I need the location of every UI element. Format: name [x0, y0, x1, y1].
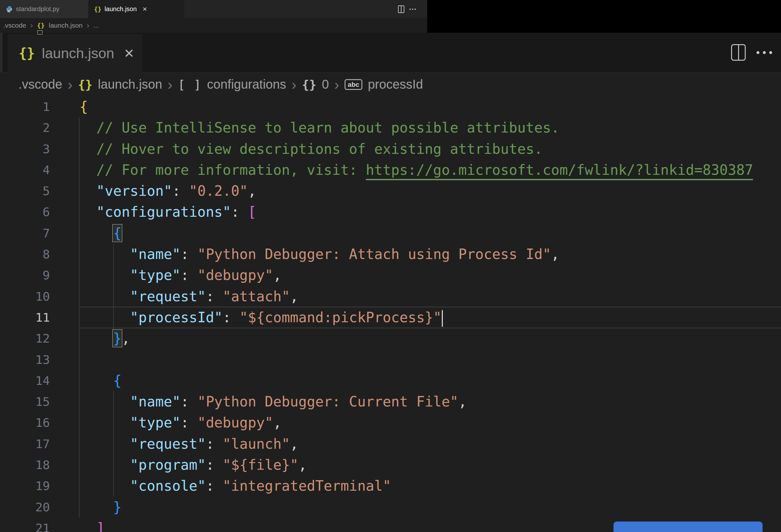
code-line[interactable]: 19 "console": "integratedTerminal"	[0, 476, 781, 496]
line-number[interactable]: 12	[0, 328, 50, 349]
code-line-text: },	[79, 328, 130, 349]
code-line[interactable]: 14 {	[0, 370, 781, 391]
code-line[interactable]: 4 // For more information, visit: https:…	[0, 160, 781, 180]
breadcrumb-configurations[interactable]: configurations	[207, 77, 286, 91]
code-line[interactable]: 5 "version": "0.2.0",	[0, 180, 781, 202]
line-number[interactable]: 1	[0, 96, 50, 117]
code-line-text: // Hover to view descriptions of existin…	[79, 138, 543, 160]
line-number[interactable]: 19	[0, 476, 50, 496]
python-icon	[6, 6, 13, 13]
code-line[interactable]: 8 "name": "Python Debugger: Attach using…	[0, 244, 781, 265]
close-icon[interactable]: ✕	[124, 46, 134, 61]
editor-actions	[731, 38, 781, 67]
code-line[interactable]: 2 // Use IntelliSense to learn about pos…	[0, 117, 781, 138]
line-number[interactable]: 18	[0, 454, 50, 476]
code-line[interactable]: 12 },	[0, 328, 781, 349]
code-line-text: {	[79, 223, 121, 244]
line-number[interactable]: 3	[0, 138, 50, 160]
code-line-text: "request": "launch",	[79, 434, 298, 454]
editor-breadcrumb: .vscode › {} launch.json › [ ] configura…	[0, 73, 781, 96]
code-line-text: }	[79, 497, 121, 518]
code-line[interactable]: 13	[0, 349, 781, 370]
code-line[interactable]: 1{	[0, 96, 781, 117]
object-braces-icon: {}	[302, 78, 317, 91]
mini-tab-launch-json[interactable]: {} launch.json ✕	[88, 0, 184, 18]
more-actions-icon[interactable]	[756, 51, 772, 54]
chevron-right-icon: ›	[291, 79, 296, 90]
code-line-text: "name": "Python Debugger: Current File",	[79, 391, 467, 412]
json-braces-icon: {}	[78, 78, 92, 91]
string-symbol-icon: abc	[344, 79, 362, 90]
breadcrumb-file[interactable]: launch.json	[98, 77, 162, 91]
breadcrumb-property[interactable]: processId	[368, 77, 423, 91]
line-number[interactable]: 8	[0, 244, 50, 265]
code-line[interactable]: 6 "configurations": [	[0, 202, 781, 222]
chevron-right-icon: ›	[87, 22, 89, 29]
split-editor-icon[interactable]	[731, 44, 746, 61]
code-line[interactable]: 17 "request": "launch",	[0, 434, 781, 454]
mini-editor-actions	[398, 0, 416, 18]
mini-tab-label: standardplot.py	[16, 5, 59, 13]
chevron-right-icon: ›	[68, 79, 73, 90]
breadcrumb-folder[interactable]: .vscode	[3, 22, 26, 29]
screen-black-region	[427, 0, 781, 33]
line-number[interactable]: 11	[0, 307, 50, 328]
line-number[interactable]: 6	[0, 202, 50, 222]
code-line[interactable]: 20 }	[0, 497, 781, 518]
code-editor[interactable]: 1{2 // Use IntelliSense to learn about p…	[0, 96, 781, 532]
line-number[interactable]: 10	[0, 286, 50, 307]
code-line-text: {	[79, 370, 121, 391]
line-number[interactable]: 7	[0, 223, 50, 244]
code-line-text: "program": "${file}",	[79, 454, 307, 476]
code-line[interactable]: 11 "processId": "${command:pickProcess}"	[0, 307, 781, 328]
code-line[interactable]: 15 "name": "Python Debugger: Current Fil…	[0, 391, 781, 412]
chevron-right-icon: ›	[167, 79, 172, 90]
line-number[interactable]: 4	[0, 160, 50, 180]
code-line-text: "type": "debugpy",	[79, 265, 282, 286]
breadcrumb-index[interactable]: 0	[322, 77, 329, 91]
breadcrumb-file[interactable]: launch.json	[49, 22, 82, 29]
breadcrumb-more[interactable]: ...	[93, 22, 99, 29]
code-line[interactable]: 18 "program": "${file}",	[0, 454, 781, 476]
chevron-right-icon: ›	[334, 79, 339, 90]
code-line[interactable]: 10 "request": "attach",	[0, 286, 781, 307]
line-number[interactable]: 5	[0, 180, 50, 202]
tab-launch-json[interactable]: {} launch.json ✕	[8, 34, 142, 73]
mini-tab-standardplot[interactable]: standardplot.py	[0, 0, 88, 18]
code-line-text: "configurations": [	[79, 202, 256, 222]
code-line[interactable]: 16 "type": "debugpy",	[0, 412, 781, 433]
code-rows: 1{2 // Use IntelliSense to learn about p…	[0, 96, 781, 532]
code-line-text: // Use IntelliSense to learn about possi…	[79, 117, 560, 138]
line-number[interactable]: 20	[0, 497, 50, 518]
line-number[interactable]: 9	[0, 265, 50, 286]
mini-bracket-highlight	[37, 30, 43, 35]
text-cursor	[442, 310, 443, 327]
code-line-text: {	[79, 96, 88, 117]
split-editor-icon[interactable]	[398, 5, 404, 13]
code-line-text: "processId": "${command:pickProcess}"	[79, 307, 443, 328]
add-configuration-button[interactable]	[614, 522, 763, 532]
line-number[interactable]: 21	[0, 518, 50, 532]
link[interactable]: https://go.microsoft.com/fwlink/?linkid=…	[366, 162, 753, 180]
code-line[interactable]: 3 // Hover to view descriptions of exist…	[0, 138, 781, 160]
tab-label: launch.json	[42, 45, 115, 62]
json-braces-icon: {}	[19, 45, 35, 61]
line-number[interactable]: 2	[0, 117, 50, 138]
more-actions-icon[interactable]	[409, 9, 416, 10]
code-line[interactable]: 9 "type": "debugpy",	[0, 265, 781, 286]
mini-breadcrumb: .vscode › {} launch.json › ...	[0, 18, 427, 33]
line-number[interactable]: 13	[0, 349, 50, 370]
chevron-right-icon: ›	[30, 22, 33, 29]
mini-tab-label: launch.json	[105, 5, 137, 13]
mini-tab-bar: standardplot.py {} launch.json ✕	[0, 0, 427, 18]
line-number[interactable]: 16	[0, 412, 50, 433]
line-number[interactable]: 17	[0, 434, 50, 454]
json-braces-icon: {}	[94, 6, 101, 13]
line-number[interactable]: 14	[0, 370, 50, 391]
code-line-text: "request": "attach",	[79, 286, 298, 307]
code-line[interactable]: 7 {	[0, 223, 781, 244]
breadcrumb-folder[interactable]: .vscode	[18, 77, 62, 91]
close-icon[interactable]: ✕	[142, 6, 147, 13]
code-line-text: "type": "debugpy",	[79, 412, 282, 433]
line-number[interactable]: 15	[0, 391, 50, 412]
